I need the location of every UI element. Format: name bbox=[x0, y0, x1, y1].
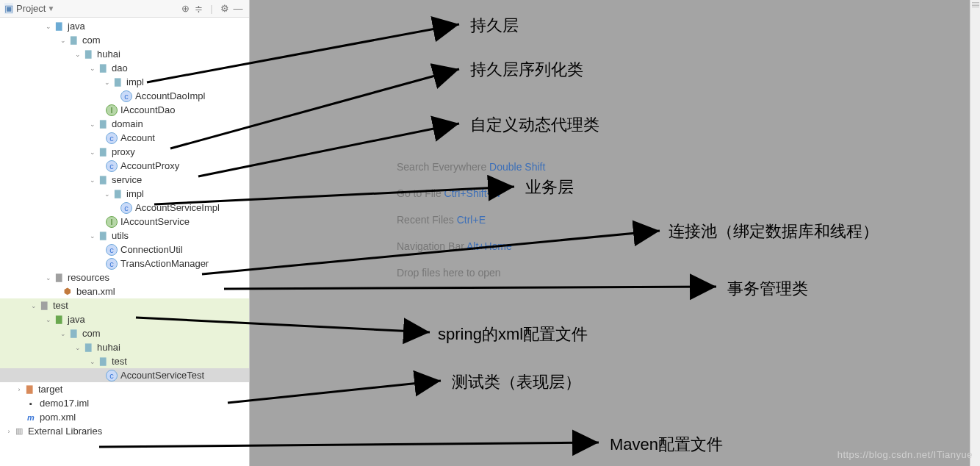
annotation-proxy: 自定义动态代理类 bbox=[470, 114, 599, 136]
tree-bean-xml[interactable]: ⬢bean.xml bbox=[0, 284, 249, 298]
annotation-tx-manager: 事务管理类 bbox=[727, 278, 808, 300]
editor-hints: Search Everywhere Double Shift Go to Fil… bbox=[397, 154, 545, 286]
class-icon: c bbox=[106, 132, 118, 144]
package-icon: ▇ bbox=[68, 35, 79, 46]
tree-huhai[interactable]: ▇huhai bbox=[0, 47, 249, 61]
maven-icon: m bbox=[25, 412, 37, 423]
class-icon: c bbox=[106, 370, 118, 381]
folder-icon: ▇ bbox=[38, 300, 50, 312]
class-icon: c bbox=[120, 202, 132, 214]
locate-icon[interactable]: ⊕ bbox=[179, 3, 192, 14]
interface-icon: I bbox=[106, 216, 118, 228]
tree-iaccount-dao[interactable]: IIAccountDao bbox=[0, 103, 249, 117]
tree-account[interactable]: cAccount bbox=[0, 131, 249, 145]
tree-account-service-test[interactable]: cAccountServiceTest bbox=[0, 368, 249, 382]
folder-icon: ▇ bbox=[24, 384, 35, 395]
annotation-service: 业务层 bbox=[525, 176, 574, 198]
tree-service[interactable]: ▇service bbox=[0, 173, 249, 187]
package-icon: ▇ bbox=[97, 230, 109, 242]
tree-domain[interactable]: ▇domain bbox=[0, 117, 249, 131]
shortcut: Ctrl+E bbox=[457, 214, 486, 226]
tree-test-com[interactable]: ▇com bbox=[0, 326, 249, 340]
tree-demo-iml[interactable]: ▪demo17.iml bbox=[0, 396, 249, 410]
tree-dao[interactable]: ▇dao bbox=[0, 61, 249, 75]
tree-proxy[interactable]: ▇proxy bbox=[0, 145, 249, 159]
package-icon: ▇ bbox=[112, 188, 123, 200]
tree-utils[interactable]: ▇utils bbox=[0, 229, 249, 243]
package-icon: ▇ bbox=[97, 146, 109, 158]
tree-java[interactable]: ▇java bbox=[0, 19, 249, 33]
tree-external-libraries[interactable]: ▥External Libraries bbox=[0, 424, 249, 438]
annotation-conn-pool: 连接池（绑定数据库和线程） bbox=[669, 221, 879, 243]
tree-com[interactable]: ▇com bbox=[0, 33, 249, 47]
class-icon: c bbox=[106, 258, 118, 270]
interface-icon: I bbox=[106, 104, 118, 116]
xml-icon: ⬢ bbox=[62, 286, 73, 298]
library-icon: ▥ bbox=[13, 426, 25, 437]
tree-connection-util[interactable]: cConnectionUtil bbox=[0, 243, 249, 257]
package-icon: ▇ bbox=[97, 62, 109, 74]
right-gutter bbox=[970, 0, 980, 466]
shortcut: Alt+Home bbox=[466, 240, 512, 252]
annotation-test: 测试类（表现层） bbox=[452, 371, 581, 393]
collapse-icon[interactable]: ≑ bbox=[192, 3, 205, 14]
iml-icon: ▪ bbox=[25, 398, 37, 409]
project-icon: ▣ bbox=[4, 3, 13, 14]
tree-service-impl[interactable]: ▇impl bbox=[0, 187, 249, 201]
tree-test-java[interactable]: ▇java bbox=[0, 312, 249, 326]
shortcut: Double Shift bbox=[489, 161, 545, 173]
class-icon: c bbox=[106, 244, 118, 256]
annotation-maven: Maven配置文件 bbox=[610, 434, 723, 456]
watermark: https://blog.csdn.net/ITianyue bbox=[837, 449, 973, 460]
tree-target[interactable]: ▇target bbox=[0, 382, 249, 396]
tree-iaccount-service[interactable]: IIAccountService bbox=[0, 215, 249, 229]
tree-pom-xml[interactable]: mpom.xml bbox=[0, 410, 249, 424]
class-icon: c bbox=[106, 160, 118, 172]
tree-test-huhai[interactable]: ▇huhai bbox=[0, 340, 249, 354]
annotation-domain: 持久层序列化类 bbox=[470, 59, 583, 81]
class-icon: c bbox=[120, 90, 132, 102]
shortcut: Ctrl+Shift+N bbox=[444, 187, 500, 199]
folder-icon: ▇ bbox=[53, 314, 65, 326]
tree-resources[interactable]: ▇resources bbox=[0, 270, 249, 284]
package-icon: ▇ bbox=[97, 118, 109, 130]
tree-test-test[interactable]: ▇test bbox=[0, 354, 249, 368]
project-tree[interactable]: ▇java ▇com ▇huhai ▇dao ▇impl cAccountDao… bbox=[0, 18, 249, 438]
package-icon: ▇ bbox=[82, 342, 94, 354]
package-icon: ▇ bbox=[112, 76, 123, 88]
project-titlebar[interactable]: ▣ Project ▼ ⊕ ≑ | ⚙ — bbox=[0, 0, 249, 18]
annotation-dao: 持久层 bbox=[470, 15, 519, 37]
tree-dao-impl[interactable]: ▇impl bbox=[0, 75, 249, 89]
tree-account-service-impl[interactable]: cAccountServiceImpl bbox=[0, 201, 249, 215]
annotation-spring-xml: spring的xml配置文件 bbox=[438, 323, 588, 345]
folder-icon: ▇ bbox=[53, 272, 65, 284]
minimize-icon[interactable]: — bbox=[231, 3, 245, 14]
tree-account-proxy[interactable]: cAccountProxy bbox=[0, 159, 249, 173]
chevron-down-icon: ▼ bbox=[47, 4, 54, 12]
tree-account-dao-impl[interactable]: cAccountDaoImpl bbox=[0, 89, 249, 103]
folder-icon: ▇ bbox=[53, 21, 65, 32]
tree-test[interactable]: ▇test bbox=[0, 298, 249, 312]
package-icon: ▇ bbox=[97, 356, 109, 368]
package-icon: ▇ bbox=[82, 49, 94, 60]
project-title: Project bbox=[16, 3, 46, 14]
package-icon: ▇ bbox=[68, 328, 79, 340]
gear-icon[interactable]: ⚙ bbox=[218, 3, 231, 14]
package-icon: ▇ bbox=[97, 174, 109, 186]
tree-trans-action-manager[interactable]: cTransActionManager bbox=[0, 257, 249, 270]
